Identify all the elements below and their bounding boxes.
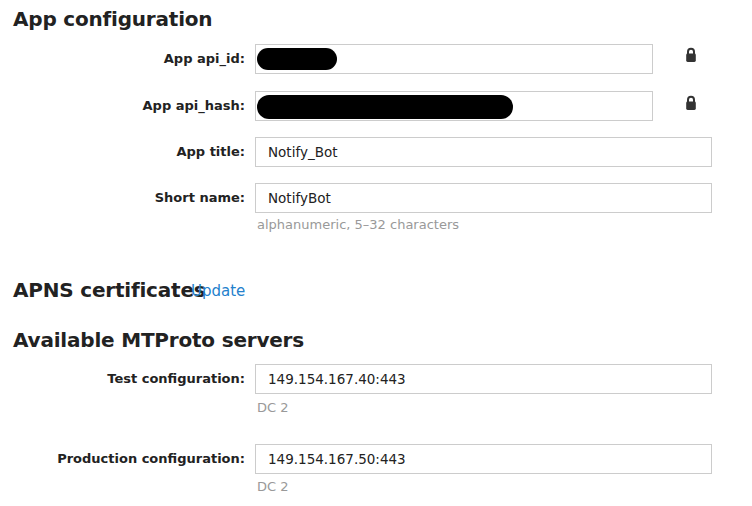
app-api-hash-label: App api_hash: [0,91,245,121]
short-name-hint: alphanumeric, 5–32 characters [257,217,459,232]
test-configuration-input[interactable] [255,364,712,394]
app-api-id-label: App api_id: [0,44,245,74]
lock-icon [684,47,698,63]
short-name-label: Short name: [0,183,245,213]
production-configuration-input[interactable] [255,444,712,474]
app-configuration-page: App configuration App api_id: App api_ha… [0,0,752,506]
test-configuration-dc-hint: DC 2 [257,400,289,415]
short-name-input[interactable] [255,183,712,213]
app-api-hash-input[interactable] [255,91,653,121]
apns-certificates-heading: APNS certificates [13,277,205,303]
production-configuration-label: Production configuration: [0,444,245,474]
app-title-input[interactable] [255,137,712,167]
app-configuration-heading: App configuration [13,6,212,32]
test-configuration-label: Test configuration: [0,364,245,394]
app-api-id-input[interactable] [255,44,653,74]
mtproto-servers-heading: Available MTProto servers [13,327,304,353]
apns-update-link[interactable]: Update [191,281,245,301]
lock-icon [684,95,698,111]
app-title-label: App title: [0,137,245,167]
production-configuration-dc-hint: DC 2 [257,479,289,494]
